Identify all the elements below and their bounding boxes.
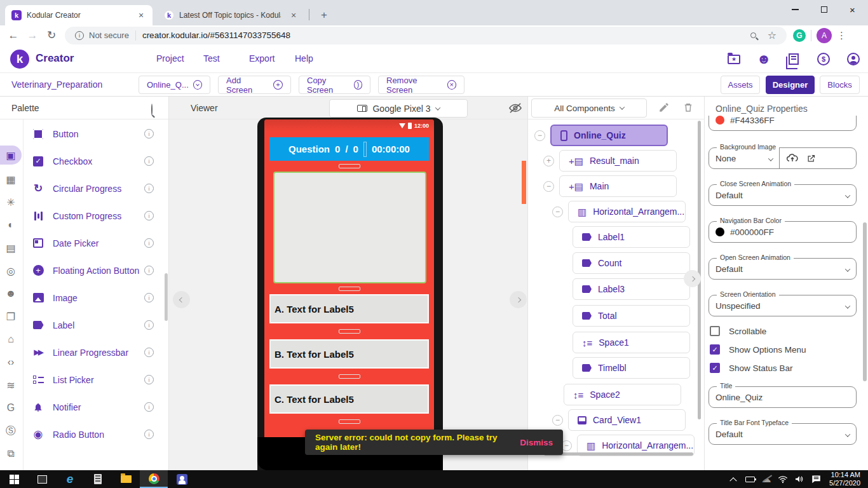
category-layout-icon[interactable]: ▦: [0, 170, 22, 189]
start-button[interactable]: [0, 470, 28, 488]
scrollable-checkbox[interactable]: Scrollable: [710, 326, 766, 336]
refresh-icon[interactable]: ↻: [42, 29, 61, 42]
palette-item-button[interactable]: Button: [24, 120, 164, 147]
tree-row-count[interactable]: Count: [573, 252, 690, 274]
palette-item-radio-button[interactable]: ◉ Radio Button: [24, 421, 164, 448]
tree-horizontal-scrollbar[interactable]: [544, 452, 693, 456]
collapse-icon[interactable]: −: [552, 415, 563, 426]
page-info-icon[interactable]: i: [75, 31, 84, 40]
palette-item-image[interactable]: Image: [24, 284, 164, 311]
category-sensors-icon[interactable]: ◎: [0, 261, 22, 280]
category-social-icon[interactable]: ☻: [0, 284, 22, 303]
search-icon[interactable]: [151, 104, 153, 116]
tree-row-total[interactable]: Total: [573, 305, 690, 327]
tree-row-online-quiz[interactable]: − Online_Quiz: [534, 125, 668, 146]
teams-icon[interactable]: [168, 470, 196, 488]
palette-item-label[interactable]: Label: [24, 311, 164, 339]
window-restore-button[interactable]: [810, 0, 838, 19]
delete-component-icon[interactable]: [682, 102, 695, 114]
window-minimize-button[interactable]: [781, 0, 810, 19]
browser-tab-active[interactable]: k Kodular Creator ×: [5, 5, 153, 25]
tree-row-main[interactable]: − +▤Main: [543, 175, 677, 197]
toggle-hidden-components-icon[interactable]: [508, 102, 522, 114]
grammarly-extension-icon[interactable]: G: [793, 29, 806, 42]
background-image-field[interactable]: Background Image None: [709, 147, 857, 169]
checkbox-checked-icon[interactable]: [710, 363, 720, 373]
palette-item-fab[interactable]: + Floating Action Button: [24, 257, 164, 284]
new-tab-button[interactable]: +: [316, 8, 332, 23]
background-color-field[interactable]: #F44336FF: [709, 116, 857, 131]
copy-screen-button[interactable]: Copy Screen): [299, 76, 370, 94]
tree-row-timelbl[interactable]: Timelbl: [573, 357, 690, 379]
add-screen-button[interactable]: Add Screen+: [218, 76, 291, 94]
category-user-interface-icon[interactable]: ▣: [0, 146, 22, 165]
kodular-logo[interactable]: k: [10, 50, 29, 69]
palette-item-date-picker[interactable]: Date Picker: [24, 229, 164, 257]
checkbox-checked-icon[interactable]: [710, 344, 720, 355]
palette-scrollbar[interactable]: [165, 273, 168, 321]
info-icon[interactable]: [144, 430, 154, 439]
palette-item-notifier[interactable]: Notifier: [24, 393, 164, 421]
screen-selector-button[interactable]: Online_Q...: [139, 76, 210, 94]
properties-scrollbar[interactable]: [863, 222, 867, 381]
info-icon[interactable]: [144, 156, 154, 166]
file-explorer-icon[interactable]: [112, 470, 140, 488]
info-icon[interactable]: [144, 348, 154, 357]
palette-item-linear-progressbar[interactable]: ▶▶ Linear Progressbar: [24, 339, 164, 366]
category-connectivity-icon[interactable]: ≋: [0, 376, 22, 395]
category-dynamic-icon[interactable]: ‹›: [0, 353, 22, 372]
upload-cloud-icon[interactable]: [786, 153, 799, 163]
taskbar-clock[interactable]: 10:14 AM 5/27/2020: [824, 471, 868, 487]
category-media-icon[interactable]: ✳: [0, 193, 22, 212]
spacer-handle[interactable]: [339, 287, 360, 291]
show-status-bar-checkbox[interactable]: Show Status Bar: [710, 363, 793, 373]
info-icon[interactable]: [144, 211, 154, 220]
my-projects-icon[interactable]: ★: [726, 51, 742, 67]
components-filter-dropdown[interactable]: All Components: [531, 98, 647, 118]
menu-export[interactable]: Export: [249, 53, 275, 64]
address-bar[interactable]: i Not secure creator.kodular.io/#5631147…: [65, 27, 787, 44]
option-b-label[interactable]: B. Text for Label5: [269, 339, 429, 369]
tree-row-horizontal-arrangement[interactable]: − ▥Horizontal_Arrangem...: [552, 201, 686, 222]
browser-menu-icon[interactable]: ⋮: [837, 30, 846, 41]
account-icon[interactable]: [845, 51, 862, 67]
calculator-icon[interactable]: [84, 470, 112, 488]
palette-item-checkbox[interactable]: ✓ Checkbox: [24, 147, 164, 175]
tab-close-icon[interactable]: ×: [288, 10, 299, 20]
info-icon[interactable]: [144, 238, 154, 248]
forward-icon[interactable]: →: [23, 29, 42, 42]
phone-screen[interactable]: 12:00 Question 0 / 0 00:00:00 A. Text fo…: [264, 119, 434, 437]
info-icon[interactable]: [144, 266, 154, 275]
show-options-menu-checkbox[interactable]: Show Options Menu: [710, 344, 806, 355]
community-icon[interactable]: ☻: [756, 51, 772, 67]
category-storage-icon[interactable]: ⌂: [0, 330, 22, 349]
palette-item-circular-progress[interactable]: ↻ Circular Progress: [24, 175, 164, 202]
volume-icon[interactable]: [791, 470, 808, 488]
collapse-icon[interactable]: −: [543, 181, 554, 192]
category-google-icon[interactable]: G: [0, 398, 22, 417]
tray-expand-icon[interactable]: [725, 470, 742, 488]
collapse-icon[interactable]: −: [534, 130, 545, 141]
back-icon[interactable]: ←: [4, 29, 23, 42]
spacer-handle[interactable]: [339, 164, 360, 168]
task-view-icon[interactable]: [28, 470, 56, 488]
browser-profile-avatar[interactable]: A: [817, 28, 832, 43]
tree-vertical-scrollbar[interactable]: [698, 121, 701, 419]
title-input[interactable]: [715, 393, 850, 402]
collapse-left-icon[interactable]: [173, 291, 190, 308]
bookmark-star-icon[interactable]: ☆: [768, 29, 776, 41]
tree-row-space2[interactable]: ↕≡Space2: [564, 384, 681, 405]
info-icon[interactable]: [144, 293, 154, 302]
question-card[interactable]: [273, 172, 426, 283]
expand-panel-icon[interactable]: [684, 270, 701, 287]
category-monetization-icon[interactable]: Ⓢ: [0, 421, 22, 440]
screen-orientation-field[interactable]: Screen Orientation Unspecified: [709, 295, 857, 316]
assets-button[interactable]: Assets: [721, 76, 760, 94]
checkbox-icon[interactable]: [710, 326, 720, 336]
battery-icon[interactable]: [742, 470, 758, 488]
browser-tab-inactive[interactable]: k Latest Off Topic topics - Kodular C ×: [158, 5, 305, 25]
title-bar-font-typeface-field[interactable]: Title Bar Font Typeface Default: [709, 423, 857, 445]
tree-row-result-main[interactable]: + +▤Result_main: [543, 150, 677, 172]
monetization-icon[interactable]: $: [815, 51, 832, 67]
blocks-tab-button[interactable]: Blocks: [820, 76, 860, 94]
